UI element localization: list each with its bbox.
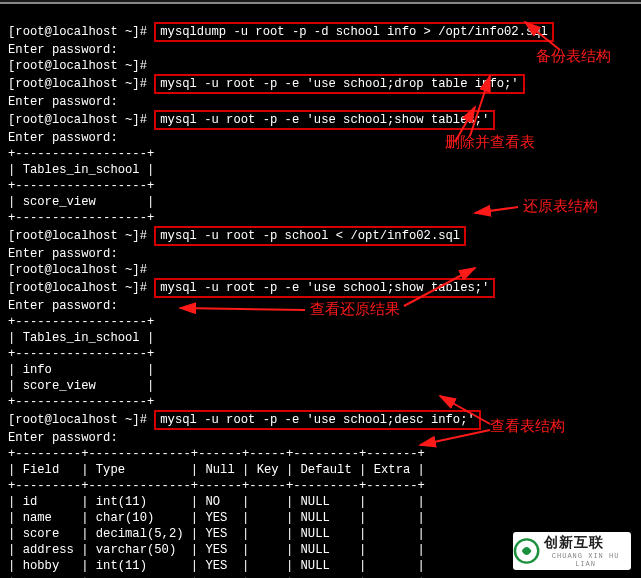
table-row: | address | varchar(50) | YES | | NULL |… bbox=[8, 543, 425, 557]
command-desc-info[interactable]: mysql -u root -p -e 'use school;desc inf… bbox=[154, 410, 481, 430]
table-sep: +------------------+ bbox=[8, 315, 154, 329]
command-drop-table[interactable]: mysql -u root -p -e 'use school;drop tab… bbox=[154, 74, 524, 94]
password-prompt: Enter password: bbox=[8, 247, 125, 261]
password-prompt: Enter password: bbox=[8, 431, 125, 445]
annotation-check-struct: 查看表结构 bbox=[490, 417, 565, 436]
table-sep: +------------------+ bbox=[8, 347, 154, 361]
shell-prompt: [root@localhost ~]# bbox=[8, 413, 154, 427]
table-header: | Tables_in_school | bbox=[8, 163, 154, 177]
password-prompt: Enter password: bbox=[8, 131, 125, 145]
table-sep: +------------------+ bbox=[8, 147, 154, 161]
table-row: | id | int(11) | NO | | NULL | | bbox=[8, 495, 425, 509]
terminal-window[interactable]: [root@localhost ~]# mysqldump -u root -p… bbox=[0, 2, 641, 578]
command-show-tables-1[interactable]: mysql -u root -p -e 'use school;show tab… bbox=[154, 110, 495, 130]
table-sep: +------------------+ bbox=[8, 395, 154, 409]
table-row: | score_view | bbox=[8, 379, 154, 393]
shell-prompt: [root@localhost ~]# bbox=[8, 263, 154, 277]
logo-icon bbox=[513, 537, 540, 565]
table-sep: +---------+--------------+------+-----+-… bbox=[8, 447, 425, 461]
table-row: | info | bbox=[8, 363, 154, 377]
table-row: | name | char(10) | YES | | NULL | | bbox=[8, 511, 425, 525]
logo-text: 创新互联 bbox=[544, 534, 604, 550]
command-show-tables-2[interactable]: mysql -u root -p -e 'use school;show tab… bbox=[154, 278, 495, 298]
password-prompt: Enter password: bbox=[8, 95, 125, 109]
command-mysqldump[interactable]: mysqldump -u root -p -d school info > /o… bbox=[154, 22, 554, 42]
shell-prompt: [root@localhost ~]# bbox=[8, 281, 154, 295]
table-sep: +------------------+ bbox=[8, 179, 154, 193]
annotation-check-restore: 查看还原结果 bbox=[310, 300, 400, 319]
table-header: | Field | Type | Null | Key | Default | … bbox=[8, 463, 425, 477]
table-row: | score_view | bbox=[8, 195, 154, 209]
table-row: | score | decimal(5,2) | YES | | NULL | … bbox=[8, 527, 425, 541]
shell-prompt: [root@localhost ~]# bbox=[8, 113, 154, 127]
annotation-drop-show: 删除并查看表 bbox=[445, 133, 535, 152]
logo-subtext: CHUANG XIN HU LIAN bbox=[540, 552, 631, 568]
table-row: | hobby | int(11) | YES | | NULL | | bbox=[8, 559, 425, 573]
command-restore[interactable]: mysql -u root -p school < /opt/info02.sq… bbox=[154, 226, 466, 246]
annotation-restore: 还原表结构 bbox=[523, 197, 598, 216]
shell-prompt: [root@localhost ~]# bbox=[8, 229, 154, 243]
table-sep: +------------------+ bbox=[8, 211, 154, 225]
shell-prompt: [root@localhost ~]# bbox=[8, 77, 154, 91]
shell-prompt: [root@localhost ~]# bbox=[8, 59, 154, 73]
brand-logo: 创新互联 CHUANG XIN HU LIAN bbox=[513, 532, 631, 570]
annotation-backup: 备份表结构 bbox=[536, 47, 611, 66]
shell-prompt: [root@localhost ~]# bbox=[8, 25, 154, 39]
table-sep: +---------+--------------+------+-----+-… bbox=[8, 479, 425, 493]
table-header: | Tables_in_school | bbox=[8, 331, 154, 345]
password-prompt: Enter password: bbox=[8, 43, 125, 57]
password-prompt: Enter password: bbox=[8, 299, 125, 313]
